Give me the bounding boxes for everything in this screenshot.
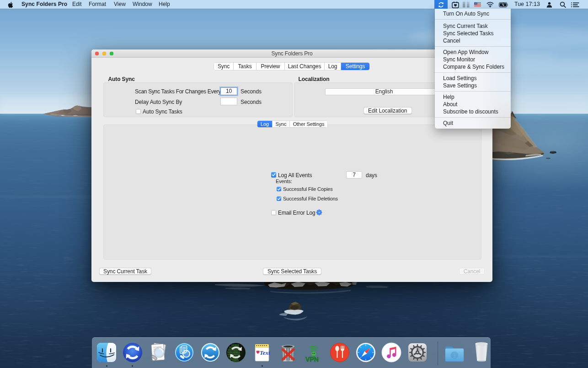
svg-text:Text: Text — [260, 349, 270, 356]
svg-text:01010: 01010 — [232, 360, 239, 362]
svg-text:VPN: VPN — [305, 356, 319, 363]
